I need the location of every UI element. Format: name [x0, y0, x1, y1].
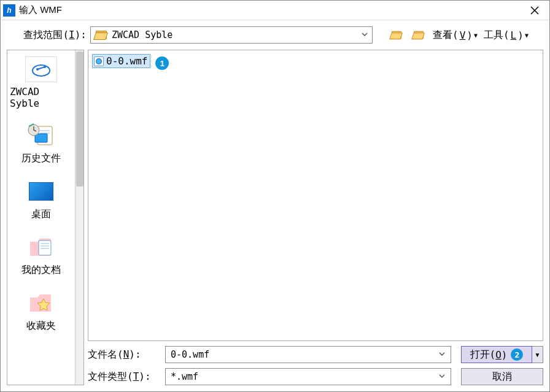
lookin-label: 查找范围(I): — [8, 29, 87, 42]
chevron-down-icon — [438, 371, 446, 382]
sidebar-list: ZWCAD Syble 历史文件 — [7, 50, 75, 385]
back-button[interactable] — [389, 28, 405, 42]
sidebar-item-history[interactable]: 历史文件 — [7, 117, 75, 172]
sidebar-item-favorites[interactable]: 收藏夹 — [7, 284, 75, 340]
dropdown-icon: ▼ — [525, 32, 529, 39]
sidebar-item-label: 历史文件 — [21, 152, 61, 165]
file-list[interactable]: 0-0.wmf 1 — [88, 50, 543, 341]
svg-rect-6 — [35, 134, 47, 142]
close-button[interactable] — [522, 2, 547, 19]
dialog-root: h 输入 WMF 查找范围(I): ZWCAD Syble 查看(V) — [0, 0, 550, 392]
svg-point-2 — [44, 66, 46, 68]
cancel-button[interactable]: 取消 — [461, 368, 543, 385]
titlebar: h 输入 WMF — [1, 1, 549, 20]
filename-label: 文件名(N): — [88, 348, 155, 361]
open-button-group: 打开(O) 2 ▼ — [461, 346, 543, 363]
filetype-value: *.wmf — [171, 371, 198, 382]
annotation-badge-1: 1 — [155, 56, 169, 70]
sidebar-scrollbar[interactable] — [75, 50, 83, 385]
lookin-select[interactable]: ZWCAD Syble — [90, 26, 373, 44]
close-icon — [530, 6, 539, 15]
open-button[interactable]: 打开(O) 2 — [461, 346, 532, 363]
svg-point-0 — [33, 65, 50, 76]
lookin-value: ZWCAD Syble — [112, 29, 357, 40]
sidebar-item-zwcad-syble[interactable]: ZWCAD Syble — [7, 50, 75, 117]
sidebar-item-documents[interactable]: 我的文档 — [7, 228, 75, 284]
documents-icon — [25, 234, 57, 260]
app-icon: h — [3, 4, 15, 17]
rightpane: 0-0.wmf 1 文件名(N): 0-0.wmf 打开(O) 2 — [88, 50, 543, 385]
filetype-select[interactable]: *.wmf — [165, 368, 451, 385]
tools-menu[interactable]: 工具(L) ▼ — [484, 29, 529, 42]
open-button-dropdown[interactable]: ▼ — [532, 346, 543, 363]
sidebar-item-label: ZWCAD Syble — [10, 86, 72, 109]
sidebar-item-label: 桌面 — [31, 208, 51, 221]
filename-input[interactable]: 0-0.wmf — [165, 346, 451, 363]
desktop-icon — [25, 179, 57, 204]
filename-row: 文件名(N): 0-0.wmf 打开(O) 2 ▼ — [88, 346, 543, 363]
sidebar-item-desktop[interactable]: 桌面 — [7, 172, 75, 228]
sidebar-item-label: 收藏夹 — [26, 320, 56, 332]
history-icon — [25, 123, 57, 148]
open-folder-icon — [95, 29, 108, 40]
up-button[interactable] — [411, 28, 427, 42]
chevron-down-icon — [438, 349, 446, 360]
view-menu[interactable]: 查看(V) ▼ — [433, 29, 478, 42]
toolbar-right: 查看(V) ▼ 工具(L) ▼ — [389, 28, 529, 42]
svg-rect-4 — [40, 130, 50, 131]
annotation-badge-2: 2 — [511, 348, 523, 361]
file-item[interactable]: 0-0.wmf — [92, 54, 150, 68]
cancel-button-group: 取消 — [461, 368, 543, 385]
scrollbar-thumb[interactable] — [76, 52, 83, 186]
svg-rect-11 — [41, 248, 49, 249]
zwcad-icon — [25, 56, 57, 82]
title-text: 输入 WMF — [19, 4, 522, 16]
favorites-icon — [25, 290, 57, 316]
content: ZWCAD Syble 历史文件 — [1, 47, 549, 391]
svg-rect-10 — [41, 245, 49, 247]
lookin-row: 查找范围(I): ZWCAD Syble 查看(V) ▼ 工具(L) ▼ — [1, 20, 549, 47]
sidebar: ZWCAD Syble 历史文件 — [7, 50, 84, 385]
filetype-label: 文件类型(T): — [88, 371, 155, 383]
svg-rect-9 — [41, 243, 49, 244]
dropdown-icon: ▼ — [474, 32, 478, 39]
folder-up-icon — [412, 30, 425, 40]
filetype-row: 文件类型(T): *.wmf 取消 — [88, 368, 543, 385]
file-item-label: 0-0.wmf — [106, 55, 147, 67]
wmf-file-icon — [94, 56, 104, 66]
chevron-down-icon — [361, 30, 368, 40]
filename-value: 0-0.wmf — [171, 349, 209, 360]
sidebar-item-label: 我的文档 — [21, 264, 61, 277]
folder-back-icon — [390, 30, 403, 40]
